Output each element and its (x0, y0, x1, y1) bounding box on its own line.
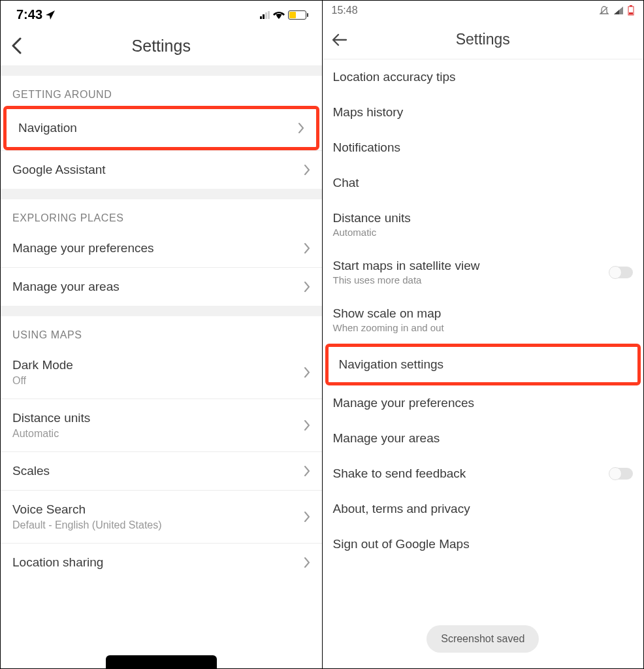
status-time: 7:43 (16, 7, 56, 22)
row-show-scale[interactable]: Show scale on map When zooming in and ou… (323, 296, 644, 344)
row-label: Dark Mode (12, 358, 73, 372)
section-header-using-maps: USING MAPS (1, 316, 322, 346)
row-chat[interactable]: Chat (323, 165, 644, 201)
row-location-accuracy[interactable]: Location accuracy tips (323, 59, 644, 95)
android-settings-screen: 15:48 Settings Location accuracy tips Ma… (323, 1, 644, 668)
row-label: Location sharing (12, 555, 103, 570)
row-value: Automatic (333, 227, 634, 238)
status-icons (599, 5, 634, 16)
page-title: Settings (456, 31, 510, 48)
row-label: Location accuracy tips (333, 70, 634, 84)
satellite-toggle[interactable] (609, 267, 633, 278)
row-shake-feedback[interactable]: Shake to send feedback (323, 456, 644, 491)
row-distance-units[interactable]: Distance units Automatic (1, 399, 322, 451)
chevron-right-icon (298, 123, 304, 133)
battery-low-icon (628, 5, 634, 16)
row-label: Scales (12, 464, 50, 478)
notifications-off-icon (599, 5, 609, 16)
page-title: Settings (132, 37, 191, 56)
time-text: 15:48 (332, 5, 358, 16)
row-value: Default - English (United States) (12, 519, 162, 531)
shake-feedback-toggle[interactable] (609, 468, 633, 480)
row-navigation[interactable]: Navigation (3, 106, 319, 150)
row-label: Maps history (333, 105, 634, 120)
row-scales[interactable]: Scales (1, 451, 322, 490)
section-header-getting-around: GETTING AROUND (1, 76, 322, 106)
chevron-right-icon (304, 557, 310, 568)
row-manage-areas[interactable]: Manage your areas (1, 267, 322, 306)
row-label: Manage your preferences (333, 396, 634, 410)
chevron-right-icon (304, 243, 310, 253)
row-label: Sign out of Google Maps (333, 537, 634, 551)
status-bar: 7:43 (1, 1, 322, 26)
battery-icon (288, 10, 306, 20)
wifi-icon (273, 10, 285, 20)
location-arrow-icon (45, 10, 56, 20)
row-distance-units[interactable]: Distance units Automatic (323, 201, 644, 248)
row-label: Notifications (333, 140, 634, 155)
page-header: Settings (1, 26, 322, 65)
toast-screenshot-saved: Screenshot saved (427, 625, 539, 653)
row-google-assistant[interactable]: Google Assistant (1, 150, 322, 189)
chevron-left-icon (11, 37, 22, 54)
row-value: Automatic (12, 428, 90, 440)
status-bar: 15:48 (323, 1, 644, 20)
back-button[interactable] (11, 37, 22, 54)
row-navigation-settings[interactable]: Navigation settings (325, 344, 641, 385)
row-sub: This uses more data (333, 274, 480, 286)
chevron-right-icon (304, 512, 310, 522)
chevron-right-icon (304, 420, 310, 431)
row-voice-search[interactable]: Voice Search Default - English (United S… (1, 490, 322, 543)
row-dark-mode[interactable]: Dark Mode Off (1, 346, 322, 399)
cellular-signal-icon (260, 11, 270, 19)
ios-settings-screen: 7:43 Settings GETTING AROUND Navigation (1, 1, 323, 668)
chevron-right-icon (304, 282, 310, 292)
row-sub: When zooming in and out (333, 322, 634, 333)
row-manage-preferences[interactable]: Manage your preferences (323, 385, 644, 421)
home-indicator[interactable] (106, 655, 217, 668)
row-label: Show scale on map (333, 306, 634, 321)
row-label: Chat (333, 176, 634, 190)
row-location-sharing[interactable]: Location sharing (1, 543, 322, 581)
row-label: Google Assistant (12, 163, 106, 177)
arrow-left-icon (332, 33, 347, 46)
row-label: Distance units (333, 211, 634, 225)
back-button[interactable] (332, 33, 347, 46)
page-header: Settings (323, 20, 644, 59)
row-manage-areas[interactable]: Manage your areas (323, 421, 644, 456)
row-label: About, terms and privacy (333, 502, 634, 516)
row-label: Start maps in satellite view (333, 259, 480, 273)
row-label: Manage your preferences (12, 241, 154, 255)
chevron-right-icon (304, 367, 310, 378)
cellular-signal-icon (613, 6, 624, 15)
row-value: Off (12, 375, 73, 387)
status-icons (260, 10, 306, 20)
row-label: Navigation settings (339, 357, 628, 372)
row-label: Manage your areas (12, 280, 120, 294)
row-maps-history[interactable]: Maps history (323, 95, 644, 130)
svg-rect-1 (630, 5, 632, 7)
chevron-right-icon (304, 466, 310, 476)
section-header-exploring-places: EXPLORING PLACES (1, 199, 322, 229)
row-satellite-view[interactable]: Start maps in satellite view This uses m… (323, 248, 644, 296)
row-manage-preferences[interactable]: Manage your preferences (1, 229, 322, 267)
row-about[interactable]: About, terms and privacy (323, 491, 644, 527)
row-label: Distance units (12, 411, 90, 425)
svg-rect-2 (629, 12, 633, 14)
row-label: Manage your areas (333, 431, 634, 446)
row-label: Shake to send feedback (333, 466, 466, 481)
row-sign-out[interactable]: Sign out of Google Maps (323, 527, 644, 562)
time-text: 7:43 (16, 7, 42, 22)
row-label: Voice Search (12, 502, 162, 517)
row-label: Navigation (18, 121, 77, 135)
row-notifications[interactable]: Notifications (323, 130, 644, 165)
chevron-right-icon (304, 165, 310, 175)
